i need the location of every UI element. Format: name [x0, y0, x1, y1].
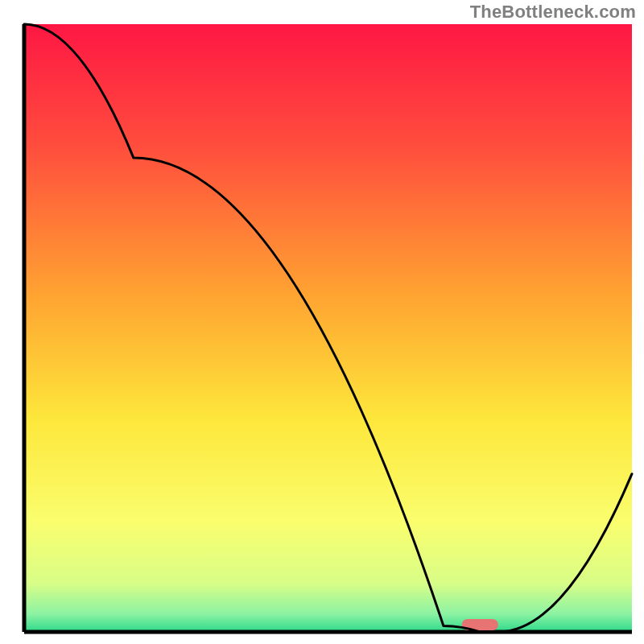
chart-container: TheBottleneck.com	[0, 0, 644, 644]
bottleneck-chart	[0, 0, 644, 644]
